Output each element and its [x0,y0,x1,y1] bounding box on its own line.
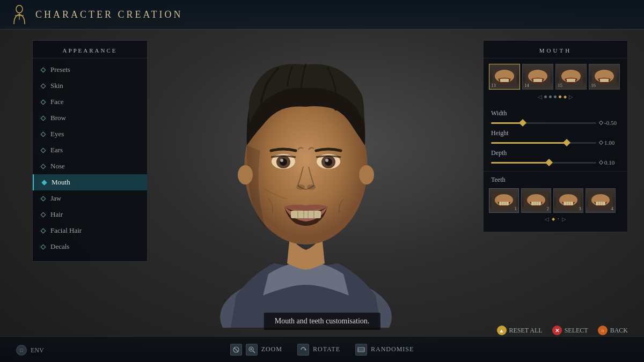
preset-num-0: 13 [491,83,496,88]
teeth-preset-1[interactable]: 1 [489,188,519,213]
page-title: CHARACTER CREATION [35,9,183,20]
appearance-header: APPEARANCE [33,41,147,58]
reset-icon: ▲ [497,326,507,335]
svg-point-16 [307,184,316,190]
rotate-icon [297,344,309,356]
menu-label-8: Jaw [50,194,61,203]
preset-num-2: 15 [558,83,562,88]
reset-all-button[interactable]: ▲ RESET ALL [497,326,543,335]
action-buttons: ▲ RESET ALL ✕ SELECT ○ BACK [497,326,628,335]
bottom-controls: ZOOM ROTATE RANDOMISE [230,344,414,356]
slider-handle-0[interactable] [519,119,526,127]
select-icon: ✕ [552,326,562,335]
teeth-presets-grid: 1 2 [484,186,627,215]
sidebar-item-mouth[interactable]: Mouth [33,174,147,190]
sidebar-item-jaw[interactable]: Jaw [33,190,147,206]
sidebar-item-decals[interactable]: Decals [33,239,147,255]
env-icon: □ [16,345,27,356]
teeth-bullet: • [558,217,559,221]
nav-dot-1 [544,95,547,98]
svg-point-6 [359,165,374,184]
preset-prev-arrow[interactable]: ◁ [538,94,542,100]
sliders-section: Width -0.50 Height 1.00 [484,104,627,168]
svg-rect-27 [533,79,542,82]
sidebar-item-skin[interactable]: Skin [33,78,147,94]
mouth-presets-grid: 13 14 [484,58,627,92]
select-label: SELECT [565,327,588,335]
menu-diamond-9 [41,212,46,217]
teeth-nav-diamond: ◆ [552,217,555,221]
slider-handle-2[interactable] [545,159,553,166]
nav-dot-2 [549,95,552,98]
preset-navigation: ◁ ◆ ▷ [484,92,627,104]
randomise-label: RANDOMISE [371,345,414,353]
slider-diamond-2 [599,160,603,165]
teeth-next-arrow[interactable]: ▷ [562,216,566,222]
slider-fill-1 [491,142,567,144]
svg-rect-17 [291,211,321,218]
teeth-navigation: ◁ ◆ • ▷ [484,215,627,225]
env-button[interactable]: □ ENV [16,345,44,356]
menu-diamond-8 [41,196,46,201]
svg-marker-64 [304,349,306,350]
back-button[interactable]: ○ BACK [598,326,628,335]
svg-point-0 [16,5,23,13]
mouth-preset-15[interactable]: 15 [555,64,587,90]
nav-diamond: ◆ [564,94,567,99]
menu-label-11: Decals [50,242,69,251]
slider-track-0[interactable] [491,122,596,124]
top-bar: CHARACTER CREATION [0,0,644,29]
sidebar-item-brow[interactable]: Brow [33,110,147,126]
nav-dot-3 [554,95,557,98]
menu-diamond-2 [41,99,46,105]
env-label-text: ENV [31,346,44,354]
mouth-preset-16[interactable]: 16 [589,64,620,90]
mouth-panel-header: MOUTH [484,41,627,58]
slider-handle-1[interactable] [563,139,570,146]
select-button[interactable]: ✕ SELECT [552,326,588,335]
slider-track-1[interactable] [491,142,596,144]
svg-rect-24 [500,79,509,82]
slider-value-0: -0.50 [599,120,620,126]
sidebar-item-nose[interactable]: Nose [33,158,147,174]
menu-label-9: Hair [50,210,63,219]
teeth-prev-arrow[interactable]: ◁ [545,216,549,222]
menu-label-4: Eyes [50,130,64,138]
teeth-num-2: 3 [579,206,582,211]
sidebar-item-hair[interactable]: Hair [33,206,147,223]
mouth-panel: MOUTH 13 [483,40,628,232]
slider-value-1: 1.00 [599,139,620,146]
sidebar-item-eyes[interactable]: Eyes [33,126,147,142]
teeth-num-1: 2 [547,206,550,211]
slider-diamond-1 [599,141,603,145]
sidebar-item-ears[interactable]: Ears [33,142,147,158]
sidebar-item-face[interactable]: Face [33,94,147,110]
zoom-label: ZOOM [261,345,282,353]
teeth-preset-4[interactable]: 4 [586,188,616,213]
mouth-preset-13[interactable]: 13 [489,64,520,90]
slider-fill-2 [491,162,549,164]
menu-label-3: Brow [50,114,66,122]
randomise-control[interactable]: RANDOMISE [355,344,414,356]
slider-label-0: Width [491,109,620,117]
menu-diamond-4 [41,131,46,137]
teeth-preset-3[interactable]: 3 [553,188,583,213]
slider-group-width: Width -0.50 [491,109,620,126]
slider-row-2: 0.10 [491,159,620,166]
menu-label-10: Facial Hair [50,226,82,235]
rotate-label: ROTATE [313,345,340,353]
rotate-control[interactable]: ROTATE [297,344,340,356]
reset-label: RESET ALL [509,327,543,335]
svg-rect-65 [358,348,364,352]
slider-track-2[interactable] [491,162,596,164]
teeth-preset-2[interactable]: 2 [521,188,551,213]
preset-next-arrow[interactable]: ▷ [569,94,573,100]
character-face [199,38,413,328]
menu-label-7: Mouth [52,178,70,187]
mouth-preset-14[interactable]: 14 [522,64,553,90]
zoom-control[interactable]: ZOOM [230,344,282,356]
sidebar-item-presets[interactable]: Presets [33,62,147,78]
slider-label-1: Height [491,129,620,137]
sidebar-item-facial-hair[interactable]: Facial Hair [33,223,147,239]
menu-label-6: Nose [50,162,65,171]
